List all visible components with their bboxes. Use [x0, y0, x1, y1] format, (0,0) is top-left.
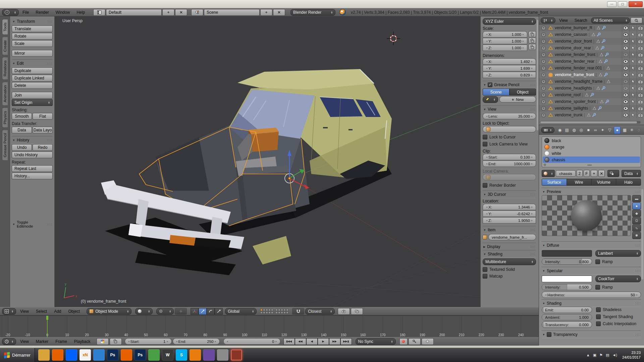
grease-pencil-panel-header[interactable]: ▼ ✓ Grease Pencil∷∷ — [483, 81, 536, 88]
diffuse-ramp-checkbox[interactable]: Ramp — [595, 259, 641, 264]
render-camera-icon[interactable] — [637, 58, 644, 65]
smooth-button[interactable]: Smooth — [12, 113, 32, 120]
taskbar-app-tile[interactable]: S — [176, 349, 187, 361]
shelf-tab[interactable]: Physics — [2, 108, 8, 128]
expand-icon[interactable]: + — [541, 53, 546, 57]
snap-magnet-icon[interactable] — [292, 308, 304, 315]
shelf-tab[interactable]: Grease Pencil — [2, 130, 8, 161]
gp-new-button[interactable]: +New — [499, 96, 536, 103]
toggle-editmode-header[interactable]: ▼ Toggle Editmode∷∷ — [12, 219, 53, 229]
properties-tab-icon[interactable]: ▤ — [564, 127, 570, 134]
lock-camera-checkbox[interactable]: Lock Camera to View — [483, 142, 536, 146]
tray-icon[interactable]: ◄) — [612, 353, 617, 357]
expand-icon[interactable]: + — [541, 39, 546, 44]
add-slot-icon[interactable]: ⊕ — [543, 163, 546, 167]
render-camera-icon[interactable] — [637, 85, 644, 92]
visibility-eye-icon[interactable] — [623, 60, 628, 63]
editor-type-outliner-button[interactable]: ▲▼ — [541, 17, 555, 23]
material-type-tab[interactable]: Halo — [616, 179, 641, 185]
panel-grip-icon[interactable]: ∷∷ — [47, 62, 52, 65]
shading-props-panel-header[interactable]: ▼ Shading∷∷ — [542, 299, 641, 307]
taskbar-app-tile[interactable] — [190, 349, 201, 361]
playback-button[interactable]: ▮◀◀ — [283, 338, 295, 345]
transparency-checkbox[interactable] — [547, 332, 551, 337]
panel-grip-icon[interactable]: ∷∷ — [635, 244, 640, 247]
n-panel-scrollbar[interactable] — [537, 20, 538, 130]
taskbar-app-tile[interactable] — [217, 349, 228, 361]
opengl-render-icon[interactable] — [338, 308, 350, 315]
delete-scene-button[interactable]: ✕ — [273, 9, 285, 16]
expand-icon[interactable]: + — [541, 93, 546, 97]
cursor-panel-header[interactable]: ▼ 3D Cursor∷∷ — [483, 190, 536, 198]
taskbar-app-tile[interactable]: xN — [79, 349, 91, 361]
properties-scrollbar[interactable] — [641, 189, 643, 280]
visibility-eye-icon[interactable] — [623, 66, 628, 70]
playback-button[interactable]: ▶▶ — [329, 338, 340, 345]
dimension-field[interactable]: ◂X:1.492▸ — [483, 58, 536, 65]
viewport-shading-icon[interactable]: ▲▼ — [135, 308, 153, 315]
properties-tab-icon[interactable]: ◉ — [557, 127, 563, 134]
editor-type-properties-button[interactable]: ▲▼ — [541, 127, 554, 133]
render-camera-icon[interactable] — [637, 24, 644, 31]
panel-grip-icon[interactable]: ∷∷ — [635, 269, 640, 273]
material-slot-row[interactable]: white — [543, 150, 640, 157]
selectability-cursor-icon[interactable] — [629, 38, 637, 45]
manipulator-axis-icon[interactable] — [191, 308, 199, 315]
specular-intensity-slider[interactable]: Intensity:0.500 — [542, 284, 592, 290]
outliner-row[interactable]: + vendome_headlights | — [539, 85, 644, 92]
panel-grip-icon[interactable]: ∷∷ — [47, 20, 52, 23]
expand-icon[interactable]: + — [541, 66, 546, 70]
outliner-row[interactable]: + vendome_fender_rear.001 | — [539, 65, 644, 71]
shading-slider[interactable]: Translucency:0.000 — [542, 321, 592, 328]
taskbar-app-tile[interactable] — [231, 349, 242, 361]
keying-set-icon[interactable] — [409, 338, 421, 345]
outliner-row[interactable]: + vendome_fender_front | — [539, 51, 644, 58]
visibility-eye-icon[interactable] — [623, 46, 628, 50]
outliner-row[interactable]: + vendome_caisson | — [539, 31, 644, 38]
viewport-menu-item[interactable]: Select — [33, 308, 50, 314]
sync-mode-select[interactable]: No Sync▲▼ — [356, 338, 396, 345]
render-camera-icon[interactable] — [637, 65, 644, 71]
properties-tab-icon[interactable]: ◎ — [578, 127, 584, 134]
nodes-icon[interactable] — [607, 170, 619, 177]
timeline-ruler[interactable]: -20-100102030405060708090100110120130140… — [0, 315, 539, 338]
selectability-cursor-icon[interactable] — [629, 71, 637, 78]
panel-grip-icon[interactable]: ∷∷ — [47, 138, 52, 142]
properties-tab-icon[interactable]: ■ — [585, 127, 591, 134]
shelf-tab[interactable]: Animation — [2, 82, 8, 106]
shelf-tab[interactable]: Relations — [2, 57, 8, 80]
browse-material-icon[interactable]: ▲▼ — [542, 170, 555, 177]
panel-grip-icon[interactable]: ∷∷ — [635, 302, 640, 305]
taskbar-app-tile[interactable]: Ps — [107, 349, 118, 361]
outliner-row[interactable]: + vendome_trunk | — [539, 112, 644, 118]
material-type-tab[interactable]: Wire — [567, 179, 591, 185]
matcap-checkbox[interactable]: Matcap — [483, 274, 536, 279]
preview-type-button[interactable]: ● — [632, 202, 641, 209]
selectability-cursor-icon[interactable] — [629, 45, 637, 51]
taskbar-app-tile[interactable] — [121, 349, 132, 361]
screen-layout-icon[interactable] — [93, 9, 105, 16]
outliner-row[interactable]: + vendome_headlight_frame | — [539, 78, 644, 85]
timeline-menu-item[interactable]: View — [17, 339, 32, 345]
transform-panel-header[interactable]: ▼ Transform∷∷ — [12, 17, 53, 25]
shading-checkbox[interactable]: Shadeless — [596, 307, 636, 312]
data-layout-button[interactable]: Data Layo — [33, 127, 53, 133]
minimize-button[interactable]: — — [607, 1, 616, 7]
expand-icon[interactable]: + — [541, 59, 546, 64]
selectability-cursor-icon[interactable] — [629, 85, 637, 92]
frame-end-field[interactable]: ◂End:250▸ — [173, 338, 220, 345]
material-slot-row[interactable]: chassis — [543, 157, 640, 163]
lens-field[interactable]: ◂Lens:35.000▸ — [483, 113, 536, 119]
properties-tab-icon[interactable]: ✦ — [599, 127, 605, 134]
close-button[interactable]: ✕ — [629, 1, 643, 7]
frame-start-field[interactable]: ◂Start:1▸ — [125, 338, 172, 345]
selectability-cursor-icon[interactable] — [629, 58, 637, 65]
display-panel-header[interactable]: ▶ Display∷∷ — [483, 243, 536, 250]
render-camera-icon[interactable] — [637, 31, 644, 38]
lock-scale-z-icon[interactable] — [529, 44, 536, 50]
undo-history-button[interactable]: Undo History — [12, 152, 53, 158]
panel-grip-icon[interactable]: ∷∷ — [530, 108, 535, 111]
outliner-row[interactable]: + vendome_taillights | — [539, 105, 644, 112]
visibility-eye-icon[interactable] — [623, 26, 628, 30]
viewport-shading-select[interactable]: Multitexture▲▼ — [483, 258, 536, 265]
